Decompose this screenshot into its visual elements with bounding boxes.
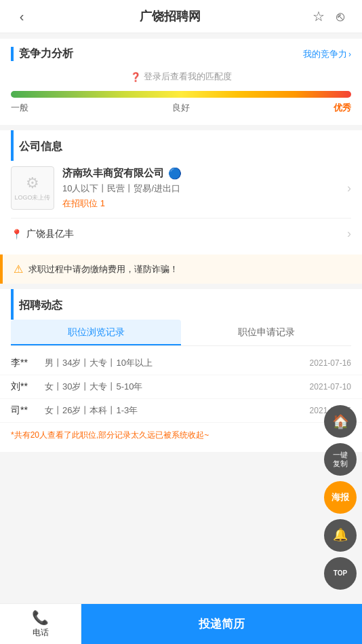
phone-icon: 📞 xyxy=(32,609,49,626)
page-title: 广饶招聘网 xyxy=(33,8,308,24)
company-row[interactable]: ⚙ LOGO未上传 济南玖丰商贸有限公司 🔵 10人以下丨民营丨贸易/进出口 在… xyxy=(0,161,362,218)
company-meta: 10人以下丨民营丨贸易/进出口 xyxy=(62,183,339,195)
phone-button[interactable]: 📞 电话 xyxy=(0,604,81,644)
float-home-button[interactable]: 🏠 xyxy=(324,405,357,438)
location-row[interactable]: 📍 广饶县亿丰 › xyxy=(0,219,362,249)
warning-icon: ⚠ xyxy=(14,263,23,276)
bar-label-good: 良好 xyxy=(172,102,190,114)
bar-label-excellent: 优秀 xyxy=(334,102,351,114)
record-date-2: 2021-07-10 xyxy=(310,382,351,392)
company-info: 济南玖丰商贸有限公司 🔵 10人以下丨民营丨贸易/进出口 在招职位 1 xyxy=(62,167,339,210)
float-top-button[interactable]: TOP xyxy=(324,557,357,590)
company-jobs: 在招职位 1 xyxy=(62,197,339,210)
company-logo: ⚙ LOGO未上传 xyxy=(11,166,54,210)
apply-button[interactable]: 投递简历 xyxy=(81,604,362,644)
recruit-section-title: 招聘动态 xyxy=(11,289,351,320)
record-info-1: 男丨34岁丨大专丨10年以上 xyxy=(45,357,310,369)
logo-label: LOGO未上传 xyxy=(14,193,50,202)
question-icon: ❓ xyxy=(130,72,141,82)
compete-section: 竞争力分析 我的竞争力 › ❓ 登录后查看我的匹配度 一般 良好 优秀 xyxy=(0,39,362,125)
bar-labels: 一般 良好 优秀 xyxy=(11,98,351,122)
record-date-1: 2021-07-16 xyxy=(310,358,351,368)
bottom-bar: 📞 电话 投递简历 xyxy=(0,603,362,644)
table-row: 刘** 女丨30岁丨大专丨5-10年 2021-07-10 xyxy=(0,375,362,399)
back-icon[interactable]: ‹ xyxy=(11,9,33,24)
recruit-section: 招聘动态 职位浏览记录 职位申请记录 李** 男丨34岁丨大专丨10年以上 20… xyxy=(0,289,362,452)
float-bell-button[interactable]: 🔔 xyxy=(324,519,357,552)
logo-placeholder-icon: ⚙ xyxy=(26,174,39,192)
share-icon[interactable]: ⎋ xyxy=(329,9,351,24)
gradient-bar-container: 一般 良好 优秀 xyxy=(0,86,362,125)
table-row: 司** 女丨26岁丨本科丨1-3年 2021-07-15 xyxy=(0,399,362,423)
gradient-bar xyxy=(11,91,351,98)
compete-link[interactable]: 我的竞争力 › xyxy=(303,48,351,60)
bar-label-general: 一般 xyxy=(11,102,28,114)
chevron-right-icon: › xyxy=(348,50,351,59)
location-arrow-icon: › xyxy=(347,227,351,241)
warning-text: 求职过程中请勿缴纳费用，谨防诈骗！ xyxy=(28,263,178,276)
float-poster-button[interactable]: 海报 xyxy=(324,481,357,514)
phone-label: 电话 xyxy=(33,627,49,639)
company-arrow-icon: › xyxy=(347,181,351,195)
record-note: *共有20人查看了此职位,部分记录太久远已被系统收起~ xyxy=(0,423,362,444)
warning-banner: ⚠ 求职过程中请勿缴纳费用，谨防诈骗！ xyxy=(0,254,362,284)
star-icon[interactable]: ☆ xyxy=(308,8,329,24)
verified-icon: 🔵 xyxy=(168,167,182,180)
record-info-3: 女丨26岁丨本科丨1-3年 xyxy=(45,404,310,417)
header: ‹ 广饶招聘网 ☆ ⎋ xyxy=(0,0,362,33)
record-name-2: 刘** xyxy=(11,381,45,393)
compete-header: 竞争力分析 我的竞争力 › xyxy=(0,39,362,65)
location-left: 📍 广饶县亿丰 xyxy=(11,228,74,240)
float-copy-button[interactable]: 一键 复制 xyxy=(324,443,357,476)
company-section: 公司信息 ⚙ LOGO未上传 济南玖丰商贸有限公司 🔵 10人以下丨民营丨贸易/… xyxy=(0,130,362,284)
tabs-row: 职位浏览记录 职位申请记录 xyxy=(11,320,351,346)
company-section-title: 公司信息 xyxy=(11,130,351,161)
record-info-2: 女丨30岁丨大专丨5-10年 xyxy=(45,381,310,393)
login-hint: ❓ 登录后查看我的匹配度 xyxy=(0,65,362,86)
company-name: 济南玖丰商贸有限公司 xyxy=(62,167,164,180)
table-row: 李** 男丨34岁丨大专丨10年以上 2021-07-16 xyxy=(0,352,362,375)
float-buttons: 🏠 一键 复制 海报 🔔 TOP xyxy=(324,405,357,590)
tab-browse[interactable]: 职位浏览记录 xyxy=(11,320,181,345)
tab-apply[interactable]: 职位申请记录 xyxy=(181,320,351,345)
record-name-1: 李** xyxy=(11,357,45,369)
location-pin-icon: 📍 xyxy=(11,229,22,240)
compete-title: 竞争力分析 xyxy=(11,47,73,61)
record-name-3: 司** xyxy=(11,404,45,417)
location-text: 广饶县亿丰 xyxy=(26,228,74,240)
company-name-row: 济南玖丰商贸有限公司 🔵 xyxy=(62,167,339,180)
